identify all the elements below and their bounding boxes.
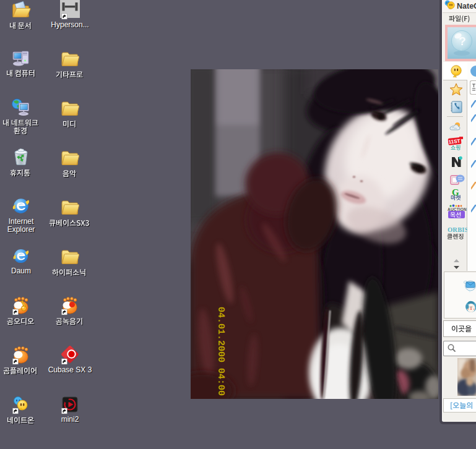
svg-text:04.01.2000 04:00: 04.01.2000 04:00 bbox=[215, 307, 226, 396]
svg-text:?: ? bbox=[459, 35, 466, 48]
